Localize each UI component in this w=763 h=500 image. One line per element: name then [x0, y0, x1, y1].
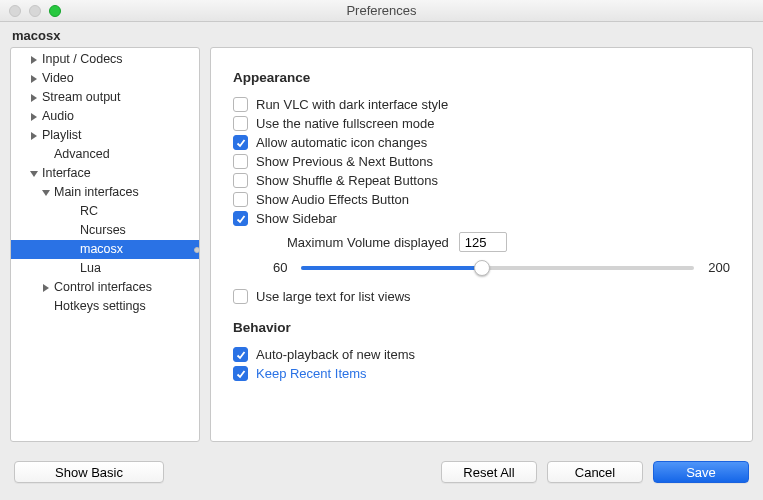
slider-max-label: 200 — [708, 260, 730, 275]
chevron-right-icon[interactable] — [29, 75, 39, 83]
large-text-row[interactable]: Use large text for list views — [233, 289, 730, 304]
max-volume-slider[interactable] — [301, 266, 694, 270]
chevron-right-icon[interactable] — [29, 56, 39, 64]
max-volume-field[interactable] — [459, 232, 507, 252]
sidebar-item-label: Hotkeys settings — [53, 297, 146, 316]
zoom-window-icon[interactable] — [49, 5, 61, 17]
page-title: macosx — [0, 22, 763, 47]
reset-all-button[interactable]: Reset All — [441, 461, 537, 483]
large-text-label: Use large text for list views — [256, 289, 411, 304]
keep-recent-label: Keep Recent Items — [256, 366, 367, 381]
sidebar-item-advanced[interactable]: Advanced — [11, 145, 199, 164]
chevron-right-icon[interactable] — [29, 132, 39, 140]
show-sidebar-label: Show Sidebar — [256, 211, 337, 226]
max-volume-label: Maximum Volume displayed — [287, 235, 449, 250]
sidebar-item-label: Stream output — [41, 88, 121, 107]
bottom-bar: Show Basic Reset All Cancel Save — [0, 444, 763, 500]
chevron-right-icon[interactable] — [29, 113, 39, 121]
sidebar-item-label: Playlist — [41, 126, 82, 145]
save-button[interactable]: Save — [653, 461, 749, 483]
native-fullscreen-label: Use the native fullscreen mode — [256, 116, 434, 131]
sidebar-item-main-interfaces[interactable]: Main interfaces — [11, 183, 199, 202]
sidebar-item-label: Audio — [41, 107, 74, 126]
dark-interface-row[interactable]: Run VLC with dark interface style — [233, 97, 730, 112]
sidebar-item-interface[interactable]: Interface — [11, 164, 199, 183]
sidebar-item-label: Control interfaces — [53, 278, 152, 297]
sidebar-item-label: Advanced — [53, 145, 110, 164]
large-text-checkbox[interactable] — [233, 289, 248, 304]
chevron-right-icon[interactable] — [41, 284, 51, 292]
prev-next-label: Show Previous & Next Buttons — [256, 154, 433, 169]
native-fullscreen-checkbox[interactable] — [233, 116, 248, 131]
auto-icon-checkbox[interactable] — [233, 135, 248, 150]
titlebar: Preferences — [0, 0, 763, 22]
sidebar-item-label: Input / Codecs — [41, 50, 123, 69]
sidebar-item-lua[interactable]: Lua — [11, 259, 199, 278]
behavior-heading: Behavior — [233, 320, 730, 335]
chevron-down-icon[interactable] — [41, 190, 51, 196]
keep-recent-row[interactable]: Keep Recent Items — [233, 366, 730, 381]
sidebar: Input / CodecsVideoStream outputAudioPla… — [10, 47, 200, 442]
sidebar-item-input-codecs[interactable]: Input / Codecs — [11, 50, 199, 69]
content-pane: Appearance Run VLC with dark interface s… — [210, 47, 753, 442]
auto-playback-checkbox[interactable] — [233, 347, 248, 362]
audio-effects-row[interactable]: Show Audio Effects Button — [233, 192, 730, 207]
slider-thumb-icon[interactable] — [474, 260, 490, 276]
auto-icon-label: Allow automatic icon changes — [256, 135, 427, 150]
sidebar-item-macosx[interactable]: macosx — [11, 240, 199, 259]
sidebar-item-label: Lua — [79, 259, 101, 278]
show-basic-button[interactable]: Show Basic — [14, 461, 164, 483]
window-title: Preferences — [346, 3, 416, 18]
sidebar-item-playlist[interactable]: Playlist — [11, 126, 199, 145]
auto-playback-row[interactable]: Auto-playback of new items — [233, 347, 730, 362]
sidebar-item-video[interactable]: Video — [11, 69, 199, 88]
sidebar-item-rc[interactable]: RC — [11, 202, 199, 221]
window-traffic-lights — [9, 5, 61, 17]
audio-effects-label: Show Audio Effects Button — [256, 192, 409, 207]
chevron-down-icon[interactable] — [29, 171, 39, 177]
sidebar-item-hotkeys-settings[interactable]: Hotkeys settings — [11, 297, 199, 316]
audio-effects-checkbox[interactable] — [233, 192, 248, 207]
minimize-window-icon[interactable] — [29, 5, 41, 17]
sidebar-item-ncurses[interactable]: Ncurses — [11, 221, 199, 240]
sidebar-item-label: macosx — [79, 240, 123, 259]
sidebar-item-audio[interactable]: Audio — [11, 107, 199, 126]
selection-indicator-icon — [194, 247, 200, 253]
sidebar-item-stream-output[interactable]: Stream output — [11, 88, 199, 107]
shuffle-repeat-label: Show Shuffle & Repeat Buttons — [256, 173, 438, 188]
prev-next-row[interactable]: Show Previous & Next Buttons — [233, 154, 730, 169]
slider-min-label: 60 — [273, 260, 287, 275]
cancel-button[interactable]: Cancel — [547, 461, 643, 483]
dark-interface-checkbox[interactable] — [233, 97, 248, 112]
auto-playback-label: Auto-playback of new items — [256, 347, 415, 362]
sidebar-item-label: Video — [41, 69, 74, 88]
shuffle-repeat-checkbox[interactable] — [233, 173, 248, 188]
sidebar-item-label: Ncurses — [79, 221, 126, 240]
show-sidebar-checkbox[interactable] — [233, 211, 248, 226]
sidebar-item-label: Interface — [41, 164, 91, 183]
keep-recent-checkbox[interactable] — [233, 366, 248, 381]
prev-next-checkbox[interactable] — [233, 154, 248, 169]
sidebar-item-label: Main interfaces — [53, 183, 139, 202]
sidebar-item-label: RC — [79, 202, 98, 221]
native-fullscreen-row[interactable]: Use the native fullscreen mode — [233, 116, 730, 131]
auto-icon-row[interactable]: Allow automatic icon changes — [233, 135, 730, 150]
close-window-icon[interactable] — [9, 5, 21, 17]
dark-interface-label: Run VLC with dark interface style — [256, 97, 448, 112]
shuffle-repeat-row[interactable]: Show Shuffle & Repeat Buttons — [233, 173, 730, 188]
sidebar-item-control-interfaces[interactable]: Control interfaces — [11, 278, 199, 297]
show-sidebar-row[interactable]: Show Sidebar — [233, 211, 730, 226]
chevron-right-icon[interactable] — [29, 94, 39, 102]
appearance-heading: Appearance — [233, 70, 730, 85]
